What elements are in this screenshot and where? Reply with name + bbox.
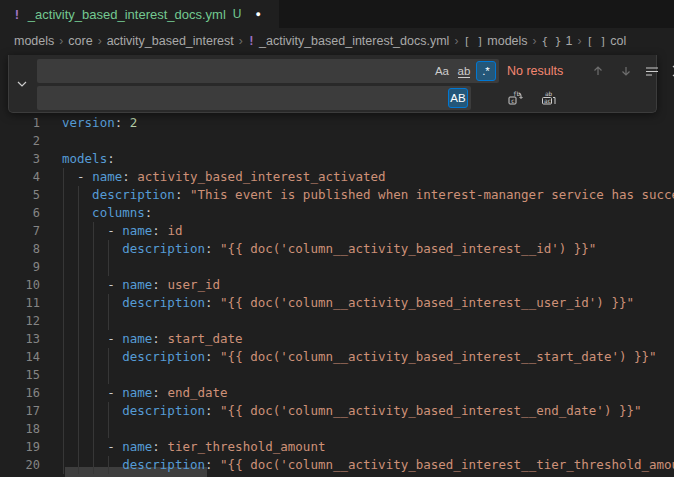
code-line[interactable]: 7 - name: id — [0, 222, 674, 240]
replace-button[interactable]: fb c — [504, 88, 526, 108]
tab-filename: _activity_based_interest_docs.yml — [28, 7, 226, 22]
editor-tab[interactable]: ! _activity_based_interest_docs.yml U ● — [0, 0, 280, 28]
breadcrumb-item[interactable]: [ ]col — [586, 34, 626, 48]
code-line-text: - name: end_date — [62, 384, 228, 402]
match-case-button[interactable]: Aa — [432, 61, 452, 81]
code-line[interactable]: 15 — [0, 366, 674, 384]
line-number: 15 — [0, 366, 40, 384]
line-number: 9 — [0, 258, 40, 276]
code-line[interactable]: 10 - name: user_id — [0, 276, 674, 294]
code-line[interactable]: 8 description: "{{ doc('column__activity… — [0, 240, 674, 258]
breadcrumb-item[interactable]: { }1 — [542, 34, 573, 48]
code-line-text: - name: activity_based_interest_activate… — [62, 168, 386, 186]
line-number: 2 — [0, 132, 40, 150]
code-line[interactable]: 11 description: "{{ doc('column__activit… — [0, 294, 674, 312]
object-icon: { } — [542, 35, 562, 48]
code-editor[interactable]: 1version: 223models:4 - name: activity_b… — [0, 54, 674, 477]
line-number: 19 — [0, 438, 40, 456]
code-line[interactable]: 13 - name: start_date — [0, 330, 674, 348]
code-line-text: description: "This event is published wh… — [62, 186, 674, 204]
indent-guide — [108, 258, 109, 276]
replace-input[interactable]: - name: $1\n description: "{{ doc('colum… — [37, 86, 471, 110]
code-line[interactable]: 17 description: "{{ doc('column__activit… — [0, 402, 674, 420]
breadcrumb-separator-icon: › — [454, 34, 458, 48]
indent-guide — [108, 420, 109, 438]
line-number: 12 — [0, 312, 40, 330]
line-number: 14 — [0, 348, 40, 366]
code-line-text: - name: id — [62, 222, 182, 240]
indent-guide — [78, 420, 79, 438]
preserve-case-button[interactable]: AB — [448, 88, 468, 108]
whole-word-button[interactable]: ab — [454, 61, 474, 81]
code-line[interactable]: 1version: 2 — [0, 114, 674, 132]
line-number: 1 — [0, 114, 40, 132]
code-line-text: - name: tier_threshold_amount — [62, 438, 325, 456]
array-icon: [ ] — [586, 35, 606, 48]
line-number: 3 — [0, 150, 40, 168]
breadcrumb-item[interactable]: core — [68, 34, 92, 48]
code-line-text: description: "{{ doc('column__activity_b… — [62, 348, 657, 366]
code-line[interactable]: 3models: — [0, 150, 674, 168]
line-number: 11 — [0, 294, 40, 312]
find-replace-widget: \s{6}- name: (.*)\n description: "" Aa a… — [8, 55, 657, 113]
code-line[interactable]: 6 columns: — [0, 204, 674, 222]
modified-dot-icon[interactable]: ● — [256, 9, 261, 19]
svg-text:ac: ac — [544, 97, 552, 104]
tab-bar: ! _activity_based_interest_docs.yml U ● — [0, 0, 674, 28]
breadcrumb-label: activity_based_interest — [107, 34, 234, 48]
breadcrumb-item[interactable]: activity_based_interest — [107, 34, 234, 48]
indent-guide — [63, 420, 64, 438]
line-number: 5 — [0, 186, 40, 204]
code-line-text: description: "{{ doc('column__activity_b… — [62, 402, 642, 420]
line-number: 13 — [0, 330, 40, 348]
indent-guide — [78, 258, 79, 276]
breadcrumb-separator-icon: › — [239, 34, 243, 48]
code-line-text: - name: start_date — [62, 330, 243, 348]
indent-guide — [108, 312, 109, 330]
regex-button[interactable]: .* — [476, 61, 496, 81]
indent-guide — [108, 366, 109, 384]
breadcrumb-item[interactable]: models — [14, 34, 54, 48]
toggle-replace-chevron-icon[interactable] — [13, 76, 31, 92]
code-line-text: description: "{{ doc('column__activity_b… — [62, 294, 634, 312]
next-match-button[interactable] — [615, 61, 637, 81]
breadcrumb-item[interactable]: !_activity_based_interest_docs.yml — [248, 34, 450, 48]
line-number: 4 — [0, 168, 40, 186]
indent-guide — [93, 312, 94, 330]
find-in-selection-button[interactable] — [641, 61, 663, 81]
code-line[interactable]: 5 description: "This event is published … — [0, 186, 674, 204]
breadcrumb-label: col — [610, 34, 626, 48]
breadcrumb-separator-icon: › — [577, 34, 581, 48]
code-line[interactable]: 18 — [0, 420, 674, 438]
breadcrumb-label: models — [487, 34, 527, 48]
line-number: 18 — [0, 420, 40, 438]
line-number: 20 — [0, 456, 40, 474]
code-line[interactable]: 14 description: "{{ doc('column__activit… — [0, 348, 674, 366]
code-line[interactable]: 2 — [0, 132, 674, 150]
breadcrumb-label: models — [14, 34, 54, 48]
find-results-count: No results — [507, 59, 563, 83]
code-line-text: version: 2 — [62, 114, 137, 132]
code-line[interactable]: 16 - name: end_date — [0, 384, 674, 402]
breadcrumb-label: _activity_based_interest_docs.yml — [259, 34, 449, 48]
breadcrumb-separator-icon: › — [59, 34, 63, 48]
code-line[interactable]: 20 description: "{{ doc('column__activit… — [0, 456, 674, 474]
breadcrumb-item[interactable]: [ ]models — [463, 34, 527, 48]
code-line-text: - name: user_id — [62, 276, 220, 294]
code-line[interactable]: 4 - name: activity_based_interest_activa… — [0, 168, 674, 186]
replace-all-button[interactable]: ab ac — [538, 88, 560, 108]
breadcrumb-label: core — [68, 34, 92, 48]
find-input[interactable]: \s{6}- name: (.*)\n description: "" Aa a… — [37, 59, 499, 83]
code-line[interactable]: 12 — [0, 312, 674, 330]
yaml-icon: ! — [248, 34, 255, 48]
line-number: 17 — [0, 402, 40, 420]
code-line[interactable]: 9 — [0, 258, 674, 276]
svg-text:ab: ab — [545, 90, 553, 97]
code-line[interactable]: 19 - name: tier_threshold_amount — [0, 438, 674, 456]
line-number: 7 — [0, 222, 40, 240]
close-find-widget-icon[interactable] — [667, 61, 674, 81]
replace-row: - name: $1\n description: "{{ doc('colum… — [37, 86, 652, 110]
breadcrumb-separator-icon: › — [533, 34, 537, 48]
array-icon: [ ] — [463, 35, 483, 48]
previous-match-button[interactable] — [587, 61, 609, 81]
